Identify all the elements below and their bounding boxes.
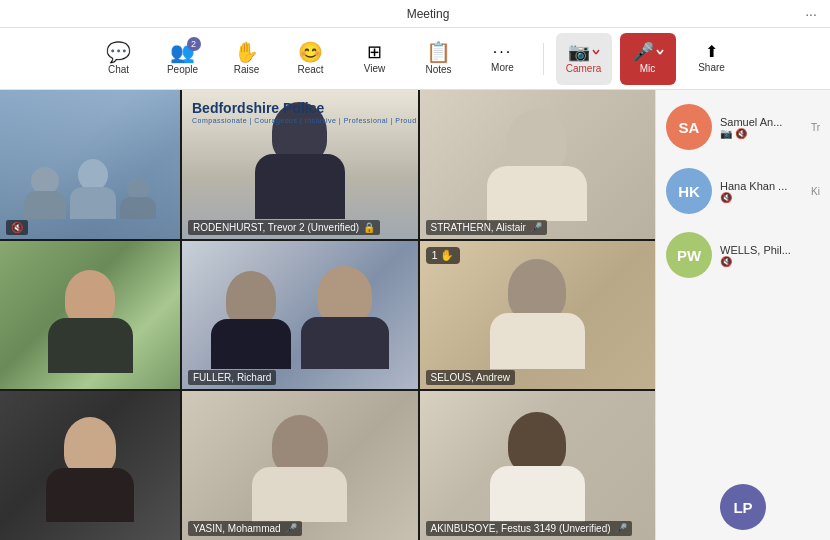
participant-info-pw: WELLS, Phil... 🔇 <box>720 244 820 267</box>
video-cell-4[interactable] <box>0 241 180 390</box>
mic-icon-cell8: 🎤 <box>285 523 297 534</box>
chat-icon: 💬 <box>106 42 131 62</box>
svg-line-1 <box>596 50 599 54</box>
more-label: More <box>491 62 514 73</box>
window-title: Meeting <box>52 7 804 21</box>
strathern-name: STRATHERN, Alistair <box>431 222 526 233</box>
avatar-pw: PW <box>666 232 712 278</box>
avatar-hk: HK <box>666 168 712 214</box>
participant-name-sa: Samuel An... <box>720 116 803 128</box>
mic-icon-cell9: 🎤 <box>615 523 627 534</box>
video-cell-7[interactable] <box>0 391 180 540</box>
raise-hand-badge: 1 ✋ <box>426 247 460 264</box>
video-cell-selous[interactable]: 1 ✋ SELOUS, Andrew <box>420 241 656 390</box>
notes-label: Notes <box>425 64 451 75</box>
people-label: People <box>167 64 198 75</box>
react-icon: 😊 <box>298 42 323 62</box>
people-button[interactable]: 👥 2 People <box>155 33 211 85</box>
video-cell-yasin[interactable]: YASIN, Mohammad 🎤 <box>182 391 418 540</box>
react-button[interactable]: 😊 React <box>283 33 339 85</box>
akinbusoye-name: AKINBUSOYE, Festus 3149 (Unverified) <box>431 523 611 534</box>
rodenhurst-name: RODENHURST, Trevor 2 (Unverified) <box>193 222 359 233</box>
mic-dropdown-icon <box>656 48 664 56</box>
view-label: View <box>364 63 386 74</box>
participant-pw[interactable]: PW WELLS, Phil... 🔇 <box>664 228 822 282</box>
raise-hand-icon: ✋ <box>440 249 454 262</box>
cell-3-nametag: STRATHERN, Alistair 🎤 <box>426 220 547 235</box>
participant-status-hk: 🔇 <box>720 192 803 203</box>
people-badge: 2 <box>187 37 201 51</box>
bedfordshire-title: Bedfordshire Police <box>192 100 417 117</box>
raise-icon: ✋ <box>234 42 259 62</box>
cell-1-nametag: 🔇 <box>6 220 28 235</box>
participant-name-pw: WELLS, Phil... <box>720 244 820 256</box>
share-label: Share <box>698 62 725 73</box>
participant-name-hk: Hana Khan ... <box>720 180 803 192</box>
react-label: React <box>297 64 323 75</box>
raise-label: Raise <box>234 64 260 75</box>
mic-muted-icon-sa: 🔇 <box>735 128 747 139</box>
cell-8-nametag: YASIN, Mohammad 🎤 <box>188 521 302 536</box>
title-bar: Meeting ··· <box>0 0 830 28</box>
raise-button[interactable]: ✋ Raise <box>219 33 275 85</box>
camera-dropdown-icon <box>592 48 600 56</box>
camera-icon: 📷 <box>568 43 590 61</box>
chat-button[interactable]: 💬 Chat <box>91 33 147 85</box>
cell-5-nametag: FULLER, Richard <box>188 370 276 385</box>
video-cell-fuller[interactable]: FULLER, Richard <box>182 241 418 390</box>
video-grid: 🔇 Bedfordshire Police Compassionate | Co… <box>0 90 655 540</box>
toolbar-separator <box>543 43 544 75</box>
camera-button[interactable]: 📷 Camera <box>556 33 612 85</box>
camera-label: Camera <box>566 63 602 74</box>
video-cell-strathern[interactable]: STRATHERN, Alistair 🎤 <box>420 90 656 239</box>
view-icon: ⊞ <box>367 43 382 61</box>
selous-name: SELOUS, Andrew <box>431 372 510 383</box>
mic-muted-icon-hk: 🔇 <box>720 192 732 203</box>
svg-line-3 <box>660 50 663 54</box>
participant-hk[interactable]: HK Hana Khan ... 🔇 Ki <box>664 164 822 218</box>
share-button[interactable]: ⬆ Share <box>684 33 740 85</box>
meeting-toolbar: 💬 Chat 👥 2 People ✋ Raise 😊 React ⊞ View… <box>0 28 830 90</box>
cell-6-nametag: SELOUS, Andrew <box>426 370 515 385</box>
participant-status-pw: 🔇 <box>720 256 820 267</box>
mic-label: Mic <box>640 63 656 74</box>
fuller-name: FULLER, Richard <box>193 372 271 383</box>
cell-2-nametag: RODENHURST, Trevor 2 (Unverified) 🔒 <box>188 220 380 235</box>
video-cell-rodenhurst[interactable]: Bedfordshire Police Compassionate | Cour… <box>182 90 418 239</box>
bedfordshire-subtitle: Compassionate | Courageous | Inclusive |… <box>192 117 417 124</box>
cell-9-nametag: AKINBUSOYE, Festus 3149 (Unverified) 🎤 <box>426 521 632 536</box>
more-options-icon[interactable]: ··· <box>804 7 818 21</box>
window-controls[interactable]: ··· <box>804 7 818 21</box>
share-icon: ⬆ <box>705 44 718 60</box>
camera-off-icon-sa: 📷 <box>720 128 732 139</box>
mic-button[interactable]: 🎤 Mic <box>620 33 676 85</box>
mic-icon-cell2: 🔒 <box>363 222 375 233</box>
view-button[interactable]: ⊞ View <box>347 33 403 85</box>
video-cell-akinbusoye[interactable]: AKINBUSOYE, Festus 3149 (Unverified) 🎤 <box>420 391 656 540</box>
participant-info-sa: Samuel An... 📷 🔇 <box>720 116 803 139</box>
participant-extra-sa: Tr <box>811 122 820 133</box>
chat-label: Chat <box>108 64 129 75</box>
mic-icon-cell3: 🎤 <box>530 222 542 233</box>
participants-sidebar: SA Samuel An... 📷 🔇 Tr HK Hana Khan ... … <box>655 90 830 540</box>
participant-info-hk: Hana Khan ... 🔇 <box>720 180 803 203</box>
mic-icon-pw: 🔇 <box>720 256 732 267</box>
more-icon: ··· <box>493 44 512 60</box>
participant-status-sa: 📷 🔇 <box>720 128 803 139</box>
yasin-name: YASIN, Mohammad <box>193 523 281 534</box>
mic-icon: 🎤 <box>632 43 654 61</box>
avatar-lp: LP <box>720 484 766 530</box>
mic-slash-icon: 🔇 <box>11 222 23 233</box>
notes-icon: 📋 <box>426 42 451 62</box>
video-cell-1[interactable]: 🔇 <box>0 90 180 239</box>
participant-sa[interactable]: SA Samuel An... 📷 🔇 Tr <box>664 100 822 154</box>
participant-extra-hk: Ki <box>811 186 820 197</box>
raise-count: 1 <box>432 249 438 261</box>
more-button[interactable]: ··· More <box>475 33 531 85</box>
main-content: 🔇 Bedfordshire Police Compassionate | Co… <box>0 90 830 540</box>
avatar-sa: SA <box>666 104 712 150</box>
notes-button[interactable]: 📋 Notes <box>411 33 467 85</box>
bedfordshire-logo: Bedfordshire Police Compassionate | Cour… <box>192 100 417 124</box>
